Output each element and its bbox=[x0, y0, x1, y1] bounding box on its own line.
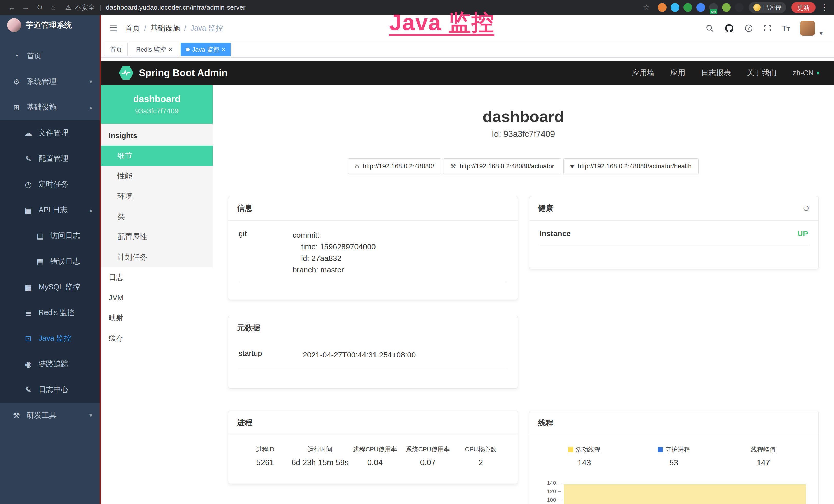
sidebar-item-error-logs[interactable]: ▤错误日志 bbox=[0, 249, 100, 274]
user-avatar[interactable] bbox=[800, 21, 815, 36]
extension-leaf-icon[interactable] bbox=[722, 3, 731, 12]
back-icon[interactable]: ← bbox=[6, 0, 18, 15]
api-log-icon: ▤ bbox=[23, 206, 34, 215]
heart-icon: ♥ bbox=[570, 162, 574, 170]
sidebar-item-access-logs[interactable]: ▤访问日志 bbox=[0, 223, 100, 249]
instance-link[interactable]: ⚒http://192.168.0.2:48080/actuator bbox=[443, 158, 561, 174]
sidebar-item-link-tracing[interactable]: ◉链路追踪 bbox=[0, 351, 100, 377]
info-card-title: 信息 bbox=[237, 203, 253, 214]
extension-green-circle-icon[interactable] bbox=[683, 3, 692, 12]
tab-close-icon[interactable]: × bbox=[169, 46, 172, 53]
bookmark-star-icon[interactable]: ☆ bbox=[640, 0, 653, 15]
chart-tick-mark bbox=[558, 491, 561, 492]
health-instance-label[interactable]: Instance bbox=[540, 229, 571, 238]
sba-sidebar-item-jvm[interactable]: JVM bbox=[101, 288, 213, 308]
sba-sidebar-item-mappings[interactable]: 映射 bbox=[101, 308, 213, 328]
sba-header: Spring Boot Admin 应用墙应用日志报表关于我们 zh-CN ▾ bbox=[101, 61, 834, 85]
sba-sidebar-item-caches[interactable]: 缓存 bbox=[101, 328, 213, 348]
instance-link-url: http://192.168.0.2:48080/ bbox=[363, 162, 434, 170]
sidebar-item-log-center[interactable]: ✎日志中心 bbox=[0, 377, 100, 403]
help-icon[interactable]: ? bbox=[744, 24, 753, 32]
home-icon[interactable]: ⌂ bbox=[47, 0, 60, 15]
sba-sidebar-item-environment[interactable]: 环境 bbox=[101, 186, 213, 206]
sidebar-item-infrastructure[interactable]: ⊞基础设施▴ bbox=[0, 94, 100, 120]
infra-icon: ⊞ bbox=[11, 103, 22, 112]
extension-water-drop-icon[interactable] bbox=[671, 3, 679, 12]
instance-link[interactable]: ♥http://192.168.0.2:48080/actuator/healt… bbox=[563, 158, 699, 174]
legend-swatch bbox=[568, 447, 573, 452]
metric-value: 5261 bbox=[239, 458, 291, 467]
annotation-divider-line bbox=[100, 15, 101, 504]
sidebar-item-label: 定时任务 bbox=[39, 179, 68, 189]
chevron-down-icon: ▾ bbox=[89, 78, 92, 85]
sidebar-item-system-management[interactable]: ⚙系统管理▾ bbox=[0, 69, 100, 94]
tab-redis-monitor[interactable]: Redis 监控× bbox=[131, 43, 177, 56]
sidebar-item-label: 文件管理 bbox=[39, 128, 68, 138]
breadcrumb-item[interactable]: 首页 bbox=[125, 23, 140, 33]
sidebar-item-api-logs[interactable]: ▤API 日志▴ bbox=[0, 197, 100, 223]
sba-sidebar-item-details[interactable]: 细节 bbox=[101, 145, 213, 166]
browser-toolbar: ← → ↻ ⌂ ⚠ 不安全 | dashboard.yudao.iocoder.… bbox=[0, 0, 834, 15]
sidebar-item-config-management[interactable]: ✎配置管理 bbox=[0, 146, 100, 171]
sba-nav-about[interactable]: 关于我们 bbox=[747, 68, 777, 78]
github-icon[interactable] bbox=[724, 23, 734, 33]
sidebar-item-label: 日志中心 bbox=[39, 385, 68, 395]
app-sidebar: 芋道管理系统 ◔首页⚙系统管理▾⊞基础设施▴☁文件管理✎配置管理◷定时任务▤AP… bbox=[0, 15, 100, 504]
search-icon[interactable] bbox=[705, 24, 714, 32]
address-bar[interactable]: ⚠ 不安全 | dashboard.yudao.iocoder.cn/infra… bbox=[65, 3, 245, 12]
sidebar-item-dev-tools[interactable]: ⚒研发工具▾ bbox=[0, 403, 100, 428]
sba-instance-name: dashboard bbox=[133, 94, 180, 105]
update-button[interactable]: 更新 bbox=[791, 2, 815, 13]
chevron-down-icon[interactable]: ▾ bbox=[820, 30, 823, 37]
sba-sidebar: dashboard 93a3fc7f7409 Insights 细节性能环境类配… bbox=[101, 85, 213, 504]
forward-icon[interactable]: → bbox=[20, 0, 32, 15]
health-card-title: 健康 bbox=[538, 203, 553, 214]
breadcrumb-item[interactable]: Java 监控 bbox=[190, 23, 223, 33]
tab-home[interactable]: 首页 bbox=[105, 43, 128, 56]
sba-sidebar-item-classes[interactable]: 类 bbox=[101, 206, 213, 227]
sba-body: dashboard 93a3fc7f7409 Insights 细节性能环境类配… bbox=[101, 85, 834, 504]
sidebar-item-java-monitor[interactable]: ⊡Java 监控 bbox=[0, 325, 100, 351]
sba-nav-wallboard[interactable]: 应用墙 bbox=[632, 68, 655, 78]
chevron-down-icon: ▾ bbox=[816, 69, 820, 77]
info-row: git commit: time: 1596289704000 id: 27aa… bbox=[239, 229, 507, 283]
sba-instance-header[interactable]: dashboard 93a3fc7f7409 bbox=[101, 85, 213, 124]
breadcrumb: 首页/基础设施/Java 监控 bbox=[125, 23, 223, 33]
extension-orange-icon[interactable] bbox=[658, 3, 666, 12]
fullscreen-icon[interactable] bbox=[763, 24, 772, 32]
tab-java-monitor[interactable]: Java 监控× bbox=[180, 43, 231, 56]
cards-grid: 信息 git commit: time: 1596289704000 id: 2… bbox=[228, 196, 818, 504]
sidebar-item-label: Java 监控 bbox=[39, 333, 71, 344]
sba-sidebar-item-metrics[interactable]: 性能 bbox=[101, 166, 213, 186]
wrench-icon: ⚒ bbox=[450, 162, 456, 170]
sba-nav-applications[interactable]: 应用 bbox=[671, 68, 685, 78]
reload-icon[interactable]: ↻ bbox=[34, 0, 46, 15]
sidebar-item-mysql-monitor[interactable]: ▦MySQL 监控 bbox=[0, 274, 100, 300]
sidebar-item-home[interactable]: ◔首页 bbox=[0, 43, 100, 69]
sba-nav-journal[interactable]: 日志报表 bbox=[701, 68, 731, 78]
sidebar-item-file-management[interactable]: ☁文件管理 bbox=[0, 120, 100, 146]
extension-dark-on-icon[interactable]: on bbox=[709, 3, 718, 12]
paused-badge[interactable]: 已暂停 bbox=[749, 2, 786, 13]
sidebar-item-scheduled-tasks[interactable]: ◷定时任务 bbox=[0, 171, 100, 197]
sba-sidebar-item-loggers[interactable]: 日志 bbox=[101, 267, 213, 288]
extension-dark-paw-icon[interactable] bbox=[735, 3, 744, 12]
font-size-icon[interactable]: TT bbox=[782, 24, 790, 32]
history-icon[interactable]: ↺ bbox=[803, 204, 810, 213]
hamburger-icon[interactable]: ☰ bbox=[109, 23, 117, 33]
sba-sidebar-item-scheduled-tasks[interactable]: 计划任务 bbox=[101, 247, 213, 267]
extension-blue-grid-icon[interactable] bbox=[696, 3, 705, 12]
breadcrumb-separator: / bbox=[144, 24, 146, 32]
app-logo[interactable]: 芋道管理系统 bbox=[0, 15, 100, 36]
chevron-up-icon: ▴ bbox=[89, 104, 92, 111]
instance-link[interactable]: ⌂http://192.168.0.2:48080/ bbox=[348, 158, 441, 174]
app-header: ☰ 首页/基础设施/Java 监控 ? TT ▾ bbox=[101, 15, 834, 42]
metadata-key: startup bbox=[239, 349, 303, 361]
browser-menu-icon[interactable]: ⋮ bbox=[821, 0, 828, 15]
tab-close-icon[interactable]: × bbox=[222, 46, 225, 53]
breadcrumb-item[interactable]: 基础设施 bbox=[150, 23, 180, 33]
metric-label: 系统CPU使用率 bbox=[401, 445, 454, 453]
sba-sidebar-item-config-props[interactable]: 配置属性 bbox=[101, 227, 213, 247]
locale-select[interactable]: zh-CN ▾ bbox=[793, 69, 820, 77]
sidebar-item-redis-monitor[interactable]: ≣Redis 监控 bbox=[0, 300, 100, 325]
